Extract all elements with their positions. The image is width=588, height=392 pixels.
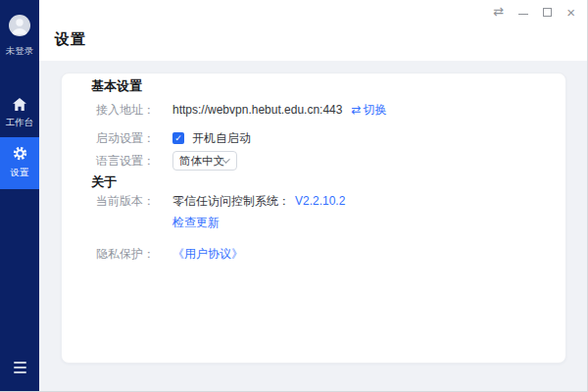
swap-icon[interactable]: ⇄ xyxy=(493,5,504,19)
language-label: 语言设置： xyxy=(96,153,172,170)
check-update-link[interactable]: 检查更新 xyxy=(172,215,220,231)
startup-row: 启动设置： ✓ 开机自启动 xyxy=(96,129,536,147)
avatar xyxy=(8,14,31,41)
section-about-title: 关于 xyxy=(91,174,536,190)
version-label: 当前版本： xyxy=(96,193,172,210)
privacy-label: 隐私保护： xyxy=(96,246,172,263)
product-name: 零信任访问控制系统： xyxy=(172,193,290,210)
startup-label: 启动设置： xyxy=(96,130,172,147)
main-area: 设置 ⇄ × 基本设置 接入地址： https://webvpn.hebut.e… xyxy=(39,0,587,391)
switch-link-label: 切换 xyxy=(364,102,387,119)
language-selected-value: 简体中文 xyxy=(179,154,224,169)
menu-icon[interactable] xyxy=(14,362,26,373)
user-agreement-link[interactable]: 《用户协议》 xyxy=(172,246,243,263)
swap-icon: ⇄ xyxy=(351,103,361,117)
version-value: V2.2.10.2 xyxy=(295,194,345,208)
privacy-row: 隐私保护： 《用户协议》 xyxy=(96,245,536,263)
sidebar: 未登录 工作台 设置 xyxy=(0,0,39,391)
sidebar-item-label: 设置 xyxy=(11,166,29,178)
user-account[interactable]: 未登录 xyxy=(5,14,34,58)
page-title: 设置 xyxy=(55,30,86,49)
login-status-label: 未登录 xyxy=(6,44,34,57)
access-address-row: 接入地址： https://webvpn.hebut.edu.cn:443 ⇄ … xyxy=(96,101,536,119)
switch-address-link[interactable]: ⇄ 切换 xyxy=(351,102,386,119)
settings-panel: 基本设置 接入地址： https://webvpn.hebut.edu.cn:4… xyxy=(61,73,566,364)
access-address-label: 接入地址： xyxy=(96,102,172,119)
section-basic-title: 基本设置 xyxy=(91,78,536,94)
app-window: 未登录 工作台 设置 xyxy=(0,0,588,392)
gear-icon xyxy=(13,146,27,163)
autostart-checkbox[interactable]: ✓ xyxy=(172,132,184,144)
home-icon xyxy=(13,98,26,113)
check-update-row: 检查更新 xyxy=(96,214,536,231)
autostart-checkbox-label: 开机自启动 xyxy=(192,130,251,147)
titlebar: 设置 ⇄ × xyxy=(39,0,587,61)
maximize-button[interactable] xyxy=(543,5,552,19)
content-area: 基本设置 接入地址： https://webvpn.hebut.edu.cn:4… xyxy=(39,61,587,391)
close-button[interactable]: × xyxy=(566,5,575,19)
version-row: 当前版本： 零信任访问控制系统： V2.2.10.2 xyxy=(96,192,536,210)
language-row: 语言设置： 简体中文 xyxy=(96,151,536,171)
minimize-button[interactable] xyxy=(518,5,528,19)
window-controls: ⇄ × xyxy=(493,5,575,19)
language-select[interactable]: 简体中文 xyxy=(172,151,237,171)
sidebar-item-settings[interactable]: 设置 xyxy=(0,137,39,189)
sidebar-item-label: 工作台 xyxy=(6,116,34,128)
access-address-value: https://webvpn.hebut.edu.cn:443 xyxy=(172,103,342,117)
sidebar-nav: 工作台 设置 xyxy=(0,58,39,189)
check-icon: ✓ xyxy=(174,132,182,144)
sidebar-item-workbench[interactable]: 工作台 xyxy=(0,91,39,137)
